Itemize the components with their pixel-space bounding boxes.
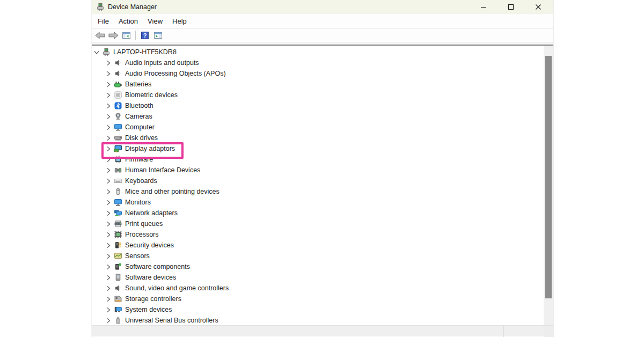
menu-item-action[interactable]: Action [114, 15, 143, 27]
chevron-right-icon[interactable] [105, 80, 112, 89]
tree-item-label: Software devices [125, 274, 176, 281]
tree-item-display-adaptors[interactable]: Display adaptors [92, 143, 543, 154]
tree-item-system-devices[interactable]: System devices [92, 304, 543, 315]
back-arrow-icon [95, 31, 106, 40]
tree-item-batteries[interactable]: Batteries [92, 79, 543, 90]
chevron-right-icon[interactable] [105, 220, 112, 228]
console-tree-icon [122, 31, 131, 40]
printer-icon [114, 219, 122, 228]
chevron-right-icon[interactable] [105, 145, 112, 153]
tree-item-network-adapters[interactable]: Network adapters [92, 208, 543, 218]
close-button[interactable] [526, 0, 550, 14]
fingerprint-icon [114, 91, 122, 99]
chevron-right-icon[interactable] [105, 156, 112, 164]
chevron-right-icon[interactable] [105, 209, 112, 217]
tree-item-disk-drives[interactable]: Disk drives [92, 133, 543, 143]
tree-item-firmware[interactable]: Firmware [92, 154, 543, 165]
tree-item-software-components[interactable]: Software components [92, 261, 543, 272]
status-strip-divider [503, 326, 504, 337]
chevron-right-icon[interactable] [105, 134, 112, 142]
processor-icon [114, 230, 122, 239]
system-icon [114, 305, 122, 314]
display-adapter-icon [114, 144, 122, 153]
tree-item-label: Network adapters [125, 209, 178, 217]
tree-item-mice-and-other-pointing-devices[interactable]: Mice and other pointing devices [92, 186, 543, 197]
console-tree-button[interactable] [120, 30, 132, 41]
menu-item-view[interactable]: View [143, 15, 167, 27]
chevron-right-icon[interactable] [105, 199, 112, 207]
tree-item-label: Batteries [125, 80, 151, 88]
menu-item-file[interactable]: File [93, 15, 114, 27]
chevron-right-icon[interactable] [105, 306, 112, 314]
tree-item-label: Print queues [125, 220, 163, 228]
properties-button[interactable] [152, 30, 164, 41]
device-manager-icon [96, 3, 105, 11]
tree-item-label: Sound, video and game controllers [125, 284, 229, 292]
back-button[interactable] [94, 30, 106, 41]
forward-button[interactable] [107, 30, 119, 41]
chevron-right-icon[interactable] [105, 263, 112, 271]
security-icon [114, 241, 122, 250]
minimize-button[interactable] [472, 0, 495, 14]
tree-item-label: Monitors [125, 199, 151, 206]
tree-item-label: Computer [125, 123, 155, 131]
chevron-right-icon[interactable] [105, 177, 112, 185]
tree-item-label: Audio Processing Objects (APOs) [125, 70, 226, 77]
help-button[interactable]: ? [139, 30, 151, 41]
hid-icon [114, 166, 122, 174]
tree-item-label: Processors [125, 231, 159, 238]
tree-root-node[interactable]: LAPTOP-HTF5KDR8 [92, 47, 543, 57]
tree-item-storage-controllers[interactable]: Storage controllers [92, 294, 543, 304]
tree-item-monitors[interactable]: Monitors [92, 197, 543, 208]
tree-item-computer[interactable]: Computer [92, 122, 543, 133]
tree-item-universal-serial-bus-controllers[interactable]: Universal Serial Bus controllers [92, 315, 543, 325]
tree-item-sensors[interactable]: Sensors [92, 251, 543, 261]
tree-item-cameras[interactable]: Cameras [92, 111, 543, 122]
chevron-right-icon[interactable] [105, 188, 112, 196]
chevron-right-icon[interactable] [105, 317, 112, 325]
chevron-right-icon[interactable] [105, 166, 112, 174]
chevron-right-icon[interactable] [105, 70, 112, 78]
tree-item-label: Audio inputs and outputs [125, 59, 199, 67]
chevron-right-icon[interactable] [105, 295, 112, 303]
chevron-right-icon[interactable] [105, 113, 112, 121]
maximize-button[interactable] [499, 0, 523, 14]
tree-item-sound-video-and-game-controllers[interactable]: Sound, video and game controllers [92, 283, 543, 294]
vertical-scrollbar[interactable] [544, 46, 553, 325]
monitor-icon [114, 123, 122, 131]
tree-item-label: Disk drives [125, 134, 158, 142]
tree-item-security-devices[interactable]: Security devices [92, 240, 543, 251]
forward-arrow-icon [108, 31, 119, 40]
device-tree: LAPTOP-HTF5KDR8Audio inputs and outputsA… [92, 47, 543, 325]
scrollbar-thumb[interactable] [545, 56, 552, 298]
keyboard-icon [114, 177, 122, 185]
chevron-right-icon[interactable] [105, 274, 112, 282]
window-controls [468, 0, 550, 14]
menu-bar: FileActionViewHelp [92, 14, 553, 28]
maximize-icon [508, 4, 514, 10]
chevron-down-icon[interactable] [93, 48, 100, 56]
tree-item-keyboards[interactable]: Keyboards [92, 175, 543, 186]
tree-item-audio-inputs-and-outputs[interactable]: Audio inputs and outputs [92, 57, 543, 68]
chevron-right-icon[interactable] [105, 91, 112, 99]
network-icon [114, 209, 122, 217]
tree-item-human-interface-devices[interactable]: Human Interface Devices [92, 165, 543, 175]
chevron-right-icon[interactable] [105, 231, 112, 239]
tree-item-audio-processing-objects-apos[interactable]: Audio Processing Objects (APOs) [92, 68, 543, 79]
tree-item-label: Display adaptors [125, 145, 175, 152]
tree-item-processors[interactable]: Processors [92, 229, 543, 240]
window-title: Device Manager [108, 3, 468, 11]
chevron-right-icon[interactable] [105, 59, 112, 67]
chevron-right-icon[interactable] [105, 284, 112, 292]
chevron-right-icon[interactable] [105, 252, 112, 260]
chevron-right-icon[interactable] [105, 241, 112, 250]
chevron-right-icon[interactable] [105, 123, 112, 131]
tree-item-bluetooth[interactable]: Bluetooth [92, 100, 543, 111]
tree-item-print-queues[interactable]: Print queues [92, 218, 543, 229]
tree-item-biometric-devices[interactable]: Biometric devices [92, 90, 543, 100]
menu-item-help[interactable]: Help [167, 15, 192, 27]
tree-item-software-devices[interactable]: Software devices [92, 272, 543, 283]
chevron-right-icon[interactable] [105, 102, 112, 110]
device-tree-panel: LAPTOP-HTF5KDR8Audio inputs and outputsA… [92, 46, 553, 325]
tree-item-label: Firmware [125, 156, 153, 163]
